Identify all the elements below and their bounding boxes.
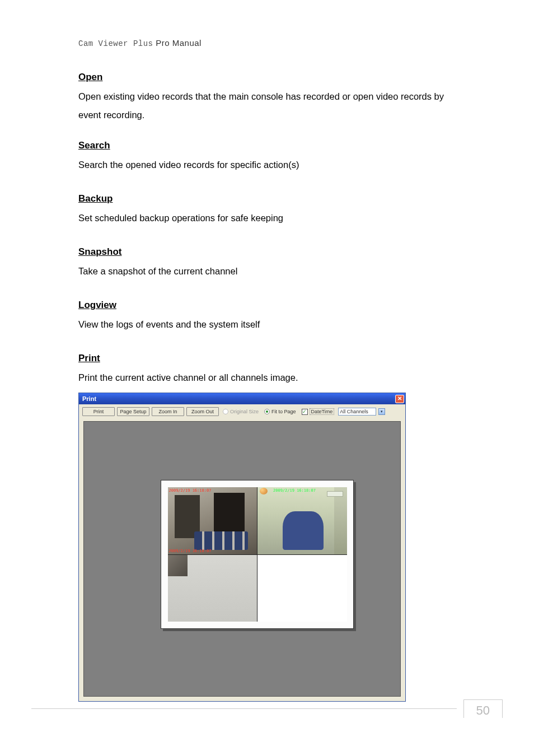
radio-fit-label: Fit to Page <box>271 409 296 414</box>
checkbox-icon: ✓ <box>302 409 308 415</box>
print-dialog: Print ✕ Print Page Setup Zoom In Zoom Ou… <box>78 393 406 702</box>
radio-icon <box>264 409 270 414</box>
radio-icon <box>223 409 228 414</box>
section-snapshot: Snapshot Take a snapshot of the current … <box>78 246 469 281</box>
checkbox-datetime-label: DateTime <box>310 408 335 415</box>
print-preview-page: 2009/2/19 16:18:07 2009/2/19 16:18:07 20… <box>161 480 354 629</box>
dialog-title: Print <box>82 395 96 402</box>
timestamp-overlay: 2009/2/19 16:18:07 <box>169 488 212 493</box>
page-setup-button[interactable]: Page Setup <box>117 407 149 416</box>
header-mono: Cam Viewer Plus <box>78 39 153 48</box>
timestamp-overlay: 2009/2/19 16:18:07 <box>273 488 316 493</box>
heading-logview: Logview <box>78 300 469 311</box>
radio-original-size[interactable]: Original Size <box>221 409 260 414</box>
body-print: Print the current active channel or all … <box>78 368 469 387</box>
heading-open: Open <box>78 72 469 83</box>
section-print: Print Print the current active channel o… <box>78 353 469 387</box>
camera-tile-1: 2009/2/19 16:18:07 2009/2/19 16:18:07 <box>168 487 257 554</box>
page-footer: 50 <box>0 699 534 718</box>
page-header: Cam Viewer Plus Pro Manual <box>78 38 469 48</box>
section-backup: Backup Set scheduled backup operations f… <box>78 193 469 227</box>
section-logview: Logview View the logs of events and the … <box>78 300 469 334</box>
camera-tile-3 <box>168 555 257 622</box>
dialog-titlebar[interactable]: Print ✕ <box>79 393 405 404</box>
camera-tile-4 <box>257 555 347 622</box>
channel-select-value: All Channels <box>340 409 368 414</box>
print-button[interactable]: Print <box>82 407 115 416</box>
camera-tile-2: 2009/2/19 16:18:07 <box>257 487 347 554</box>
close-icon[interactable]: ✕ <box>395 395 404 403</box>
heading-snapshot: Snapshot <box>78 246 469 258</box>
body-logview: View the logs of events and the system i… <box>78 315 469 334</box>
timestamp-overlay: 2009/2/19 16:18:07 <box>169 549 212 553</box>
body-search: Search the opened video records for spec… <box>78 156 469 174</box>
section-search: Search Search the opened video records f… <box>78 140 469 174</box>
heading-print: Print <box>78 353 469 364</box>
page-number: 50 <box>463 699 503 718</box>
checkbox-datetime[interactable]: ✓ DateTime <box>300 408 336 415</box>
chevron-down-icon[interactable]: ▾ <box>378 408 385 415</box>
body-backup: Set scheduled backup operations for safe… <box>78 209 469 227</box>
header-rest: Pro Manual <box>153 38 202 48</box>
heading-search: Search <box>78 140 469 151</box>
dialog-toolbar: Print Page Setup Zoom In Zoom Out Origin… <box>79 404 405 419</box>
zoom-out-button[interactable]: Zoom Out <box>186 407 219 416</box>
print-preview-area: 2009/2/19 16:18:07 2009/2/19 16:18:07 20… <box>83 421 401 697</box>
heading-backup: Backup <box>78 193 469 204</box>
zoom-in-button[interactable]: Zoom In <box>152 407 184 416</box>
radio-fit-to-page[interactable]: Fit to Page <box>263 409 298 414</box>
camera-icon <box>260 488 268 494</box>
camera-grid: 2009/2/19 16:18:07 2009/2/19 16:18:07 20… <box>168 487 347 622</box>
channel-select[interactable]: All Channels <box>338 408 376 416</box>
section-open: Open Open existing video records that th… <box>78 72 469 124</box>
body-snapshot: Take a snapshot of the current channel <box>78 262 469 281</box>
footer-rule <box>31 708 457 709</box>
radio-original-label: Original Size <box>230 409 259 414</box>
body-open: Open existing video records that the mai… <box>78 87 469 124</box>
